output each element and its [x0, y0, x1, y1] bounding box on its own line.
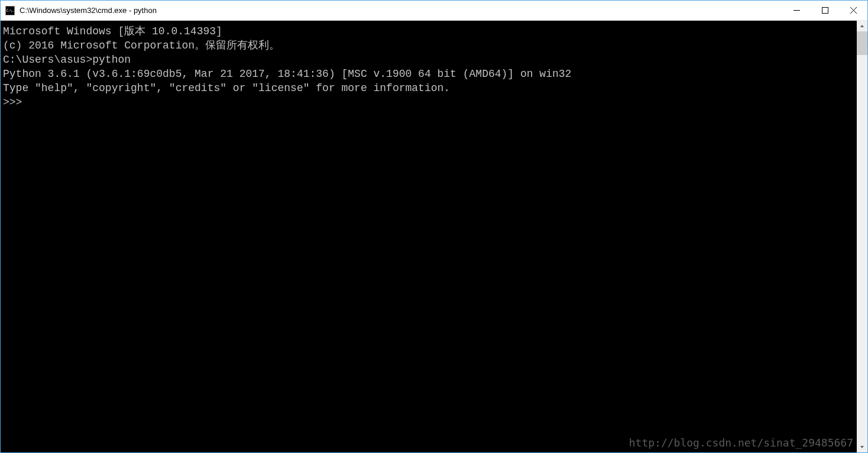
svg-marker-5	[860, 446, 864, 448]
chevron-down-icon	[860, 445, 864, 449]
scroll-down-button[interactable]	[857, 442, 867, 452]
maximize-button[interactable]	[811, 1, 839, 20]
close-icon	[850, 7, 857, 14]
maximize-icon	[822, 7, 828, 14]
svg-marker-4	[860, 25, 864, 27]
minimize-icon	[793, 7, 800, 14]
scroll-up-button[interactable]	[857, 21, 867, 31]
svg-rect-1	[822, 8, 828, 14]
terminal-output[interactable]: Microsoft Windows [版本 10.0.14393](c) 201…	[1, 21, 857, 452]
cmd-window: C:\. C:\Windows\system32\cmd.exe - pytho…	[0, 0, 868, 453]
minimize-button[interactable]	[782, 1, 811, 20]
titlebar[interactable]: C:\. C:\Windows\system32\cmd.exe - pytho…	[1, 1, 867, 21]
window-title: C:\Windows\system32\cmd.exe - python	[20, 6, 782, 15]
terminal-line: (c) 2016 Microsoft Corporation。保留所有权利。	[3, 38, 854, 53]
terminal-line: Python 3.6.1 (v3.6.1:69c0db5, Mar 21 201…	[3, 67, 854, 81]
scroll-thumb[interactable]	[857, 31, 867, 55]
terminal-line: >>>	[3, 95, 854, 109]
window-controls	[782, 1, 867, 20]
close-button[interactable]	[839, 1, 867, 20]
cmd-icon: C:\.	[5, 6, 15, 15]
terminal-line: Type "help", "copyright", "credits" or "…	[3, 81, 854, 95]
terminal-line: C:\Users\asus>python	[3, 53, 854, 67]
vertical-scrollbar[interactable]	[857, 21, 867, 452]
terminal-line: Microsoft Windows [版本 10.0.14393]	[3, 24, 854, 38]
scroll-track[interactable]	[857, 31, 867, 442]
terminal-area: Microsoft Windows [版本 10.0.14393](c) 201…	[1, 21, 867, 452]
chevron-up-icon	[860, 24, 864, 28]
